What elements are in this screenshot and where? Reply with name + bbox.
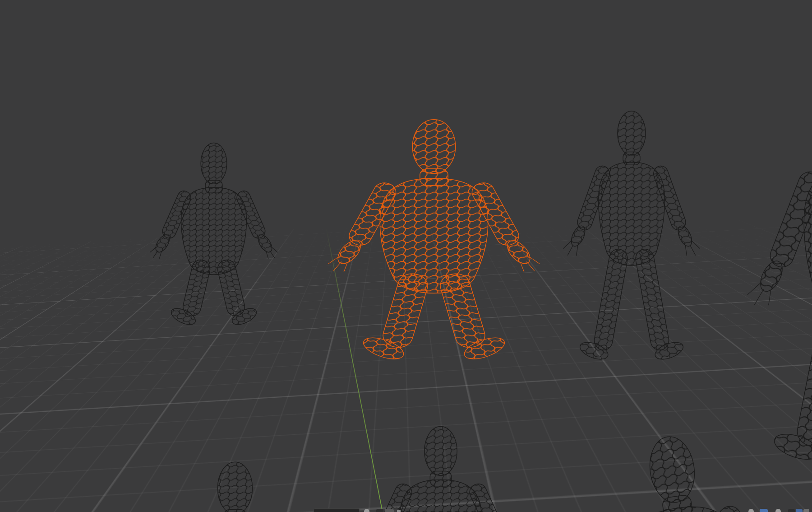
wireframe-figure-bottom-right[interactable] xyxy=(557,421,812,512)
round-tool-icon[interactable] xyxy=(364,509,369,512)
wireframe-figure-bottom-left[interactable] xyxy=(147,462,323,512)
accent-icon-button[interactable] xyxy=(760,509,768,512)
icon-button[interactable] xyxy=(788,509,795,512)
icon-button-light[interactable] xyxy=(803,509,809,512)
active-icon-button[interactable] xyxy=(385,509,394,512)
wireframe-figure-center-selected[interactable] xyxy=(325,120,543,364)
round-tool-icon[interactable] xyxy=(775,509,781,512)
scene-canvas[interactable] xyxy=(0,0,812,512)
icon-button[interactable] xyxy=(376,509,383,512)
y-axis-line xyxy=(326,228,383,512)
wireframe-figure-bottom-center[interactable] xyxy=(358,427,523,512)
wireframe-figure-far-right[interactable] xyxy=(744,90,812,465)
wireframe-figure-right[interactable] xyxy=(561,111,702,363)
viewport-3d[interactable]: { "viewport": { "background": "#3b3b3c",… xyxy=(0,0,812,512)
round-tool-icon[interactable] xyxy=(748,509,754,512)
wireframe-figure-left[interactable] xyxy=(148,143,280,329)
small-icon[interactable] xyxy=(397,510,401,512)
mode-dropdown[interactable] xyxy=(314,508,360,512)
accent-icon-button-2[interactable] xyxy=(796,509,803,512)
